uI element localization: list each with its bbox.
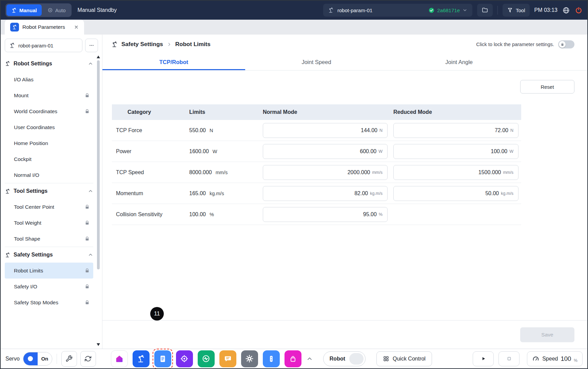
dock-icon-settings[interactable] (241, 350, 258, 367)
input-value: 144.00 (361, 127, 377, 134)
dock-icon-program-document[interactable]: 11 (154, 350, 171, 367)
sidebar-item-i-o-alias[interactable]: I/O Alias (5, 71, 93, 87)
screen-rotate-icon (84, 355, 92, 362)
limits-content: Reset Category Limits Normal Mode Reduce… (102, 70, 587, 320)
category-cell: Momentum (112, 190, 189, 197)
dock-icon-log-messages[interactable] (219, 350, 236, 367)
lock-icon (84, 268, 90, 273)
input-value: 72.00 (495, 127, 508, 134)
chevron-down-icon (462, 7, 468, 13)
sidebar-item-tool-shape[interactable]: Tool Shape (5, 231, 93, 247)
remote-icon (267, 354, 276, 363)
sidebar-header: robot-param-01 (1, 35, 102, 55)
input-unit: N (379, 128, 383, 133)
header-category: Category (112, 109, 189, 115)
close-icon (74, 25, 79, 29)
network-globe-button[interactable] (562, 6, 570, 14)
sidebar-item-label: I/O Alias (14, 77, 90, 83)
reduced-mode-input[interactable]: 72.00N (393, 123, 518, 138)
sidebar-scrollbar[interactable] (96, 56, 100, 346)
robot-arm-icon (137, 354, 145, 363)
sidebar-item-safety-stop-modes[interactable]: Safety Stop Modes (5, 294, 93, 310)
sidebar-item-tool-weight[interactable]: Tool Weight (5, 215, 93, 231)
robot-mode-toggle[interactable]: Robot (323, 351, 366, 366)
sidebar-item-normal-i-o[interactable]: Normal I/O (5, 167, 93, 183)
sidebar-section-safety-settings[interactable]: Safety Settings (5, 247, 93, 263)
tab-close-button[interactable] (74, 25, 79, 29)
normal-mode-input[interactable]: 95.00% (263, 207, 388, 222)
open-folder-button[interactable] (477, 4, 493, 17)
sidebar-item-world-coordinates[interactable]: World Coordinates (5, 103, 93, 119)
sidebar-item-label: Cockpit (14, 156, 90, 162)
input-value: 600.00 (360, 148, 376, 155)
quick-control-label: Quick Control (393, 356, 426, 362)
normal-mode-input[interactable]: 2000.000mm/s (263, 165, 388, 180)
app-window: Manual Auto Manual Standby robot-param-0… (0, 0, 588, 369)
scroll-down-arrow[interactable] (97, 343, 100, 346)
power-button[interactable] (575, 6, 583, 14)
manual-label: Manual (19, 7, 37, 13)
subtabs: TCP/Robot Joint Speed Joint Angle (102, 54, 530, 70)
dock-icon-remote-control[interactable] (263, 350, 280, 367)
tab-tcp-robot[interactable]: TCP/Robot (102, 54, 245, 70)
speed-control[interactable]: Speed 100 % (527, 351, 583, 366)
normal-mode-input[interactable]: 600.00W (263, 144, 388, 159)
tool-button[interactable]: Tool (503, 4, 530, 17)
tab-robot-parameters[interactable]: Robot Parameters (5, 20, 84, 35)
tab-joint-speed[interactable]: Joint Speed (245, 54, 388, 70)
power-icon (575, 6, 583, 14)
sidebar: robot-param-01 Robot SettingsI/O AliasMo… (1, 35, 102, 349)
sidebar-item-home-position[interactable]: Home Position (5, 135, 93, 151)
sidebar-item-cockpit[interactable]: Cockpit (5, 151, 93, 167)
sidebar-item-user-coordinates[interactable]: User Coordinates (5, 119, 93, 135)
normal-mode-input[interactable]: 144.00N (263, 123, 388, 138)
reduced-mode-input[interactable]: 100.00W (393, 144, 518, 159)
sidebar-item-safety-i-o[interactable]: Safety I/O (5, 279, 93, 294)
sidebar-item-tool-center-point[interactable]: Tool Center Point (5, 199, 93, 215)
quick-control-button[interactable]: Quick Control (376, 351, 432, 366)
dock-icon-home[interactable] (111, 350, 128, 367)
dock-collapse-button[interactable] (306, 355, 313, 362)
sidebar-item-robot-limits[interactable]: Robot Limits (5, 263, 93, 279)
save-button[interactable]: Save (520, 327, 574, 342)
utilities-button[interactable] (61, 351, 77, 367)
robot-toggle-knob (349, 353, 364, 365)
scroll-up-arrow[interactable] (97, 56, 100, 58)
lock-parameters-toggle[interactable] (558, 40, 574, 48)
reduced-mode-input[interactable]: 50.00kg.m/s (393, 186, 518, 201)
commit-area[interactable]: 2a68171e (428, 7, 468, 14)
tab-joint-angle[interactable]: Joint Angle (388, 54, 530, 70)
category-cell: TCP Speed (112, 169, 189, 176)
table-header-row: Category Limits Normal Mode Reduced Mode (112, 104, 521, 120)
more-options-button[interactable] (85, 39, 98, 52)
reset-button[interactable]: Reset (520, 80, 574, 94)
scrollbar-thumb[interactable] (97, 60, 100, 269)
dock-icon-store[interactable] (285, 350, 301, 367)
table-body: TCP Force550.00N144.00N72.00NPower1600.0… (112, 120, 521, 225)
chevron-up-icon (88, 252, 93, 258)
dock-icon-robot-parameters[interactable] (133, 350, 150, 367)
manual-mode-button[interactable]: Manual (6, 4, 42, 16)
main-footer: Save (102, 320, 587, 349)
app-dock: 11 (111, 350, 301, 367)
bottombar-divider (57, 354, 57, 364)
sidebar-section-tool-settings[interactable]: Tool Settings (5, 183, 93, 199)
lock-icon (561, 43, 564, 46)
parameter-name-field[interactable]: robot-param-01 (5, 39, 82, 52)
sidebar-section-robot-settings[interactable]: Robot Settings (5, 56, 93, 71)
stop-button[interactable] (498, 351, 520, 366)
dock-icon-jog-target[interactable] (176, 350, 193, 367)
active-parameter-pill[interactable]: robot-param-01 2a68171e (323, 4, 472, 17)
sidebar-item-mount[interactable]: Mount (5, 87, 93, 103)
input-unit: W (509, 149, 513, 154)
lock-toggle-knob (559, 41, 566, 48)
breadcrumb-parent[interactable]: Safety Settings (121, 41, 163, 48)
reduced-mode-input[interactable]: 1500.000mm/s (393, 165, 518, 180)
servo-toggle[interactable]: On (23, 352, 52, 366)
header-limits: Limits (189, 109, 263, 115)
play-button[interactable] (473, 351, 494, 366)
dock-icon-monitoring[interactable] (198, 350, 215, 367)
screen-rotate-button[interactable] (80, 351, 96, 367)
normal-mode-input[interactable]: 82.00kg.m/s (263, 186, 388, 201)
auto-mode-button[interactable]: Auto (43, 4, 71, 16)
